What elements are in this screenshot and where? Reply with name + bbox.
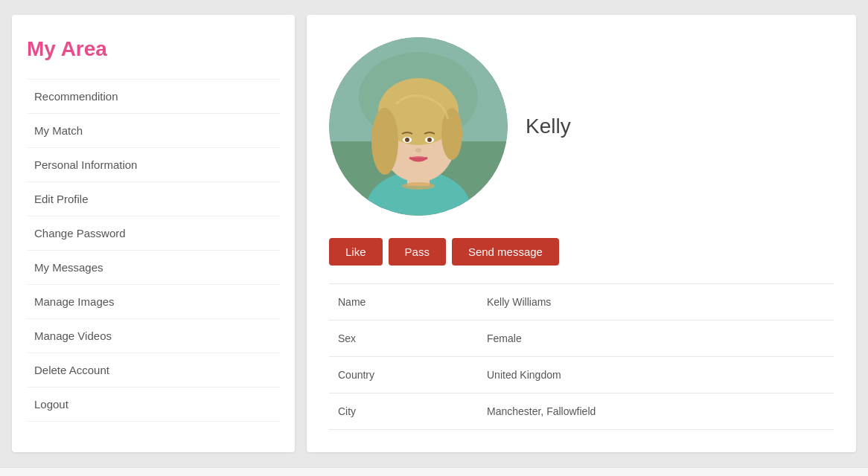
sidebar-item-manage-images[interactable]: Manage Images — [27, 285, 280, 319]
table-row: SexFemale — [329, 321, 834, 357]
profile-name: Kelly — [526, 115, 571, 138]
like-button[interactable]: Like — [329, 238, 383, 266]
svg-point-15 — [415, 148, 421, 152]
svg-point-14 — [427, 138, 432, 142]
sidebar: My Area RecommenditionMy MatchPersonal I… — [12, 15, 295, 452]
table-cell-value: Female — [478, 321, 834, 357]
footer: About Us • TOS • Contact Us — [0, 467, 868, 476]
svg-point-6 — [402, 182, 435, 190]
table-cell-label: Sex — [329, 321, 478, 357]
sidebar-title: My Area — [27, 37, 280, 61]
table-cell-label: Name — [329, 284, 478, 321]
table-cell-value: Kelly Williams — [478, 284, 834, 321]
profile-header: Kelly — [329, 37, 834, 216]
sidebar-item-manage-videos[interactable]: Manage Videos — [27, 319, 280, 353]
table-cell-label: Country — [329, 357, 478, 393]
sidebar-item-delete-account[interactable]: Delete Account — [27, 353, 280, 387]
sidebar-item-edit-profile[interactable]: Edit Profile — [27, 182, 280, 216]
sidebar-item-personal-information[interactable]: Personal Information — [27, 148, 280, 182]
table-cell-label: City — [329, 393, 478, 430]
profile-table: NameKelly WilliamsSexFemaleCountryUnited… — [329, 283, 834, 430]
svg-point-9 — [371, 108, 398, 175]
avatar — [329, 37, 508, 216]
send-message-button[interactable]: Send message — [452, 238, 559, 266]
table-row: CityManchester, Fallowfield — [329, 393, 834, 430]
sidebar-item-recommendition[interactable]: Recommendition — [27, 79, 280, 114]
sidebar-item-logout[interactable]: Logout — [27, 387, 280, 422]
action-buttons: Like Pass Send message — [329, 238, 834, 266]
sidebar-item-my-match[interactable]: My Match — [27, 114, 280, 148]
svg-point-10 — [441, 108, 462, 160]
table-row: NameKelly Williams — [329, 284, 834, 321]
sidebar-item-change-password[interactable]: Change Password — [27, 216, 280, 251]
profile-area: Kelly Like Pass Send message NameKelly W… — [307, 15, 856, 452]
table-row: CountryUnited Kingdom — [329, 357, 834, 393]
sidebar-item-my-messages[interactable]: My Messages — [27, 251, 280, 285]
table-cell-value: United Kingdom — [478, 357, 834, 393]
sidebar-nav: RecommenditionMy MatchPersonal Informati… — [27, 79, 280, 422]
svg-point-13 — [405, 138, 409, 142]
pass-button[interactable]: Pass — [389, 238, 446, 266]
table-cell-value: Manchester, Fallowfield — [478, 393, 834, 430]
